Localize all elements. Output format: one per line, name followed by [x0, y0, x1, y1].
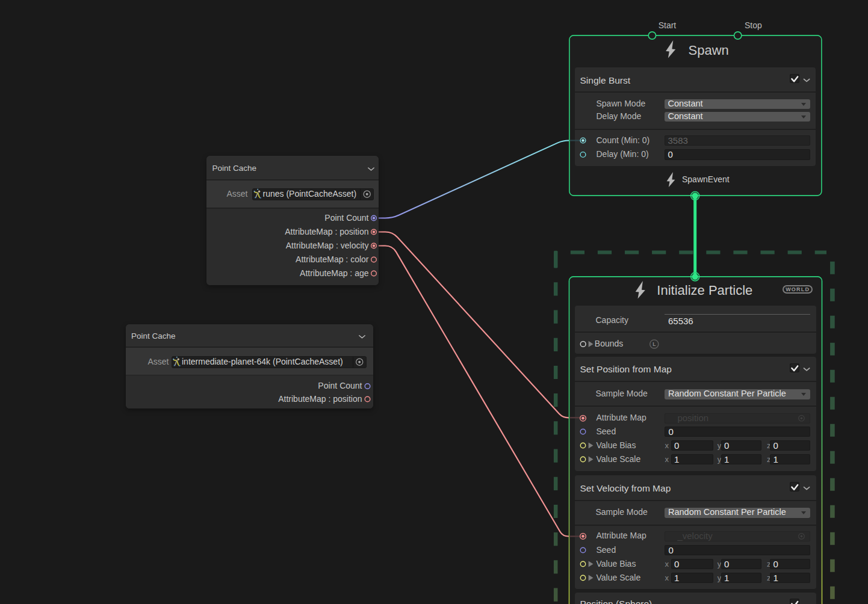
- svg-text:L: L: [653, 341, 656, 347]
